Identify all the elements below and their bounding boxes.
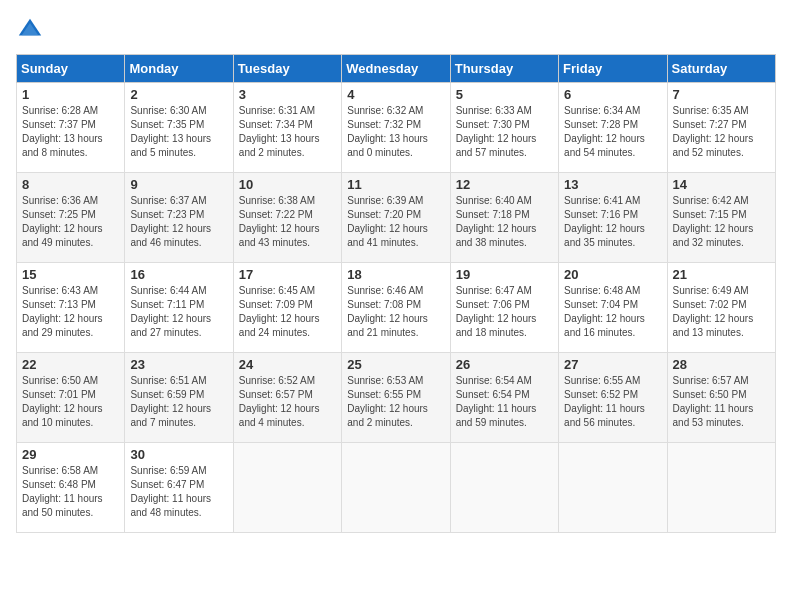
day-detail: Sunrise: 6:35 AMSunset: 7:27 PMDaylight:… — [673, 104, 770, 160]
calendar-cell: 4Sunrise: 6:32 AMSunset: 7:32 PMDaylight… — [342, 83, 450, 173]
day-number: 18 — [347, 267, 444, 282]
day-detail: Sunrise: 6:38 AMSunset: 7:22 PMDaylight:… — [239, 194, 336, 250]
day-detail: Sunrise: 6:57 AMSunset: 6:50 PMDaylight:… — [673, 374, 770, 430]
calendar-cell — [559, 443, 667, 533]
day-number: 2 — [130, 87, 227, 102]
day-number: 4 — [347, 87, 444, 102]
calendar-cell: 21Sunrise: 6:49 AMSunset: 7:02 PMDayligh… — [667, 263, 775, 353]
day-number: 16 — [130, 267, 227, 282]
day-number: 17 — [239, 267, 336, 282]
day-detail: Sunrise: 6:40 AMSunset: 7:18 PMDaylight:… — [456, 194, 553, 250]
day-detail: Sunrise: 6:47 AMSunset: 7:06 PMDaylight:… — [456, 284, 553, 340]
calendar-cell: 20Sunrise: 6:48 AMSunset: 7:04 PMDayligh… — [559, 263, 667, 353]
col-header-wednesday: Wednesday — [342, 55, 450, 83]
day-number: 14 — [673, 177, 770, 192]
day-detail: Sunrise: 6:59 AMSunset: 6:47 PMDaylight:… — [130, 464, 227, 520]
day-number: 28 — [673, 357, 770, 372]
day-number: 11 — [347, 177, 444, 192]
calendar-cell: 19Sunrise: 6:47 AMSunset: 7:06 PMDayligh… — [450, 263, 558, 353]
calendar-week-row: 22Sunrise: 6:50 AMSunset: 7:01 PMDayligh… — [17, 353, 776, 443]
logo-icon — [16, 16, 44, 44]
day-detail: Sunrise: 6:42 AMSunset: 7:15 PMDaylight:… — [673, 194, 770, 250]
day-detail: Sunrise: 6:48 AMSunset: 7:04 PMDaylight:… — [564, 284, 661, 340]
calendar-cell: 8Sunrise: 6:36 AMSunset: 7:25 PMDaylight… — [17, 173, 125, 263]
calendar-cell: 26Sunrise: 6:54 AMSunset: 6:54 PMDayligh… — [450, 353, 558, 443]
col-header-tuesday: Tuesday — [233, 55, 341, 83]
day-detail: Sunrise: 6:31 AMSunset: 7:34 PMDaylight:… — [239, 104, 336, 160]
day-number: 6 — [564, 87, 661, 102]
day-detail: Sunrise: 6:30 AMSunset: 7:35 PMDaylight:… — [130, 104, 227, 160]
day-number: 7 — [673, 87, 770, 102]
col-header-sunday: Sunday — [17, 55, 125, 83]
day-detail: Sunrise: 6:39 AMSunset: 7:20 PMDaylight:… — [347, 194, 444, 250]
day-detail: Sunrise: 6:33 AMSunset: 7:30 PMDaylight:… — [456, 104, 553, 160]
day-number: 10 — [239, 177, 336, 192]
day-detail: Sunrise: 6:54 AMSunset: 6:54 PMDaylight:… — [456, 374, 553, 430]
calendar-cell: 22Sunrise: 6:50 AMSunset: 7:01 PMDayligh… — [17, 353, 125, 443]
day-detail: Sunrise: 6:34 AMSunset: 7:28 PMDaylight:… — [564, 104, 661, 160]
day-number: 1 — [22, 87, 119, 102]
day-number: 9 — [130, 177, 227, 192]
calendar-week-row: 8Sunrise: 6:36 AMSunset: 7:25 PMDaylight… — [17, 173, 776, 263]
calendar-header-row: SundayMondayTuesdayWednesdayThursdayFrid… — [17, 55, 776, 83]
calendar-cell: 30Sunrise: 6:59 AMSunset: 6:47 PMDayligh… — [125, 443, 233, 533]
calendar-cell: 29Sunrise: 6:58 AMSunset: 6:48 PMDayligh… — [17, 443, 125, 533]
day-number: 24 — [239, 357, 336, 372]
calendar-cell — [342, 443, 450, 533]
calendar-cell: 11Sunrise: 6:39 AMSunset: 7:20 PMDayligh… — [342, 173, 450, 263]
day-detail: Sunrise: 6:58 AMSunset: 6:48 PMDaylight:… — [22, 464, 119, 520]
day-number: 8 — [22, 177, 119, 192]
logo — [16, 16, 48, 44]
day-detail: Sunrise: 6:43 AMSunset: 7:13 PMDaylight:… — [22, 284, 119, 340]
col-header-saturday: Saturday — [667, 55, 775, 83]
calendar-cell: 28Sunrise: 6:57 AMSunset: 6:50 PMDayligh… — [667, 353, 775, 443]
calendar-cell: 12Sunrise: 6:40 AMSunset: 7:18 PMDayligh… — [450, 173, 558, 263]
calendar-cell: 25Sunrise: 6:53 AMSunset: 6:55 PMDayligh… — [342, 353, 450, 443]
calendar-cell: 18Sunrise: 6:46 AMSunset: 7:08 PMDayligh… — [342, 263, 450, 353]
calendar-cell: 6Sunrise: 6:34 AMSunset: 7:28 PMDaylight… — [559, 83, 667, 173]
day-detail: Sunrise: 6:36 AMSunset: 7:25 PMDaylight:… — [22, 194, 119, 250]
day-number: 21 — [673, 267, 770, 282]
day-detail: Sunrise: 6:28 AMSunset: 7:37 PMDaylight:… — [22, 104, 119, 160]
day-number: 22 — [22, 357, 119, 372]
page-header — [16, 16, 776, 44]
day-number: 27 — [564, 357, 661, 372]
day-detail: Sunrise: 6:45 AMSunset: 7:09 PMDaylight:… — [239, 284, 336, 340]
day-number: 30 — [130, 447, 227, 462]
calendar-cell — [667, 443, 775, 533]
day-detail: Sunrise: 6:49 AMSunset: 7:02 PMDaylight:… — [673, 284, 770, 340]
day-detail: Sunrise: 6:53 AMSunset: 6:55 PMDaylight:… — [347, 374, 444, 430]
calendar-cell: 9Sunrise: 6:37 AMSunset: 7:23 PMDaylight… — [125, 173, 233, 263]
calendar-cell: 14Sunrise: 6:42 AMSunset: 7:15 PMDayligh… — [667, 173, 775, 263]
day-number: 29 — [22, 447, 119, 462]
calendar-cell: 2Sunrise: 6:30 AMSunset: 7:35 PMDaylight… — [125, 83, 233, 173]
calendar-cell: 17Sunrise: 6:45 AMSunset: 7:09 PMDayligh… — [233, 263, 341, 353]
calendar-cell: 10Sunrise: 6:38 AMSunset: 7:22 PMDayligh… — [233, 173, 341, 263]
col-header-friday: Friday — [559, 55, 667, 83]
col-header-thursday: Thursday — [450, 55, 558, 83]
calendar-cell: 15Sunrise: 6:43 AMSunset: 7:13 PMDayligh… — [17, 263, 125, 353]
day-detail: Sunrise: 6:50 AMSunset: 7:01 PMDaylight:… — [22, 374, 119, 430]
col-header-monday: Monday — [125, 55, 233, 83]
calendar-week-row: 15Sunrise: 6:43 AMSunset: 7:13 PMDayligh… — [17, 263, 776, 353]
day-number: 12 — [456, 177, 553, 192]
day-number: 15 — [22, 267, 119, 282]
calendar-cell: 27Sunrise: 6:55 AMSunset: 6:52 PMDayligh… — [559, 353, 667, 443]
day-detail: Sunrise: 6:32 AMSunset: 7:32 PMDaylight:… — [347, 104, 444, 160]
calendar-table: SundayMondayTuesdayWednesdayThursdayFrid… — [16, 54, 776, 533]
calendar-cell: 13Sunrise: 6:41 AMSunset: 7:16 PMDayligh… — [559, 173, 667, 263]
day-detail: Sunrise: 6:44 AMSunset: 7:11 PMDaylight:… — [130, 284, 227, 340]
day-number: 19 — [456, 267, 553, 282]
day-detail: Sunrise: 6:46 AMSunset: 7:08 PMDaylight:… — [347, 284, 444, 340]
calendar-cell: 16Sunrise: 6:44 AMSunset: 7:11 PMDayligh… — [125, 263, 233, 353]
day-detail: Sunrise: 6:37 AMSunset: 7:23 PMDaylight:… — [130, 194, 227, 250]
day-number: 13 — [564, 177, 661, 192]
calendar-cell: 24Sunrise: 6:52 AMSunset: 6:57 PMDayligh… — [233, 353, 341, 443]
calendar-week-row: 29Sunrise: 6:58 AMSunset: 6:48 PMDayligh… — [17, 443, 776, 533]
calendar-week-row: 1Sunrise: 6:28 AMSunset: 7:37 PMDaylight… — [17, 83, 776, 173]
day-detail: Sunrise: 6:55 AMSunset: 6:52 PMDaylight:… — [564, 374, 661, 430]
day-number: 23 — [130, 357, 227, 372]
calendar-cell: 5Sunrise: 6:33 AMSunset: 7:30 PMDaylight… — [450, 83, 558, 173]
day-number: 3 — [239, 87, 336, 102]
day-number: 26 — [456, 357, 553, 372]
